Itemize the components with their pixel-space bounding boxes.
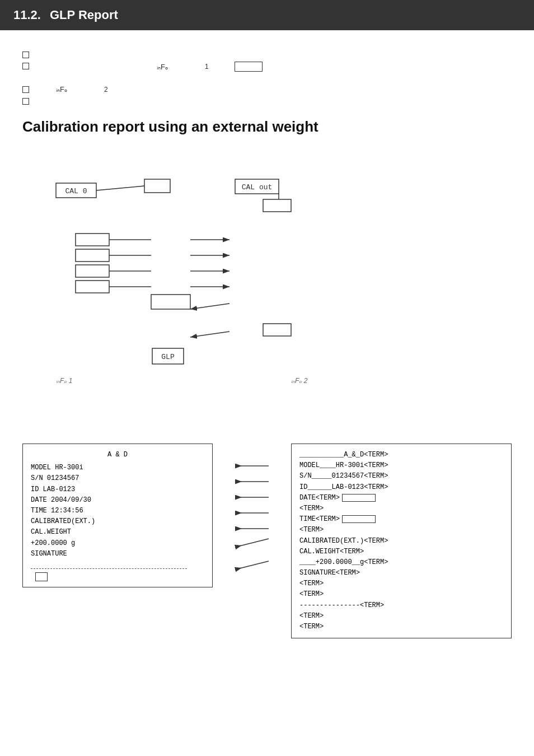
svg-text:GLP: GLP <box>161 353 175 361</box>
rr-line-7: TIME<TERM> <box>299 514 503 525</box>
checkbox-row-4 <box>22 97 512 105</box>
rr-line-5: DATE<TERM> <box>299 493 503 503</box>
svg-rect-2 <box>144 179 170 193</box>
input-box-top[interactable] <box>235 62 263 72</box>
info-label-1: ᵢₙFₒ <box>157 63 168 71</box>
svg-line-34 <box>235 561 269 570</box>
report-title: A & D <box>31 450 204 460</box>
rr-line-12: SIGNATURE<TERM> <box>299 568 503 578</box>
spacer-1 <box>22 75 512 85</box>
rr-line-17: <TERM> <box>299 622 503 632</box>
top-section: ᵢₙFₒ 1 ᵢₙFₒ 2 <box>22 50 512 105</box>
info-label-bottom-2: ᵢₙFₒ 2 <box>291 377 307 385</box>
diagram-area: CAL 0 CAL out GLP <box>22 147 504 427</box>
arrows-svg <box>229 449 274 606</box>
checkbox-1[interactable] <box>22 52 29 58</box>
report-line-id: ID LAB-0123 <box>31 484 204 495</box>
cal-heading: Calibration report using an external wei… <box>22 118 512 136</box>
left-report-panel: A & D MODEL HR-300i S/N 01234567 ID LAB-… <box>22 444 213 638</box>
report-line-date: DATE 2004/09/30 <box>31 495 204 506</box>
report-line-signature: SIGNATURE <box>31 549 204 559</box>
rr-line-14: <TERM> <box>299 589 503 600</box>
svg-line-33 <box>235 539 269 547</box>
report-line-model: MODEL HR-300i <box>31 463 204 473</box>
report-line-calweight: CAL.WEIGHT <box>31 527 204 538</box>
diagram-svg: CAL 0 CAL out GLP <box>22 147 504 427</box>
rr-line-13: <TERM> <box>299 578 503 589</box>
report-line-cal: CALIBRATED(EXT.) <box>31 516 204 527</box>
main-content: ᵢₙFₒ 1 ᵢₙFₒ 2 Calibration report using a… <box>0 30 534 650</box>
rr-line-8: <TERM> <box>299 525 503 535</box>
right-report-box: ___________A_&_D<TERM> MODEL____HR-300i<… <box>291 444 512 638</box>
rr-line-6: <TERM> <box>299 503 503 514</box>
checkbox-4[interactable] <box>22 98 29 105</box>
arrows-middle <box>229 444 274 638</box>
rr-line-9: CALIBRATED(EXT.)<TERM> <box>299 536 503 547</box>
rr-line-16: <TERM> <box>299 611 503 622</box>
svg-rect-9 <box>76 281 109 293</box>
report-line-sn: S/N 01234567 <box>31 473 204 484</box>
rr-line-3: S/N_____01234567<TERM> <box>299 471 503 482</box>
checkbox-row-1 <box>22 50 512 58</box>
section-title: GLP Report <box>50 8 118 22</box>
rr-line-4: ID______LAB-0123<TERM> <box>299 482 503 493</box>
two-column-section: A & D MODEL HR-300i S/N 01234567 ID LAB-… <box>22 444 512 638</box>
svg-rect-6 <box>76 234 109 246</box>
svg-rect-10 <box>151 295 190 309</box>
svg-rect-11 <box>263 324 291 336</box>
info-label-2: ᵢₙFₒ <box>56 85 67 94</box>
report-printer-icon <box>31 572 204 581</box>
svg-line-26 <box>190 304 229 309</box>
svg-text:CAL 0: CAL 0 <box>65 187 87 195</box>
section-number: 11.2. <box>13 8 41 22</box>
svg-rect-5 <box>263 199 291 212</box>
right-report-panel: ___________A_&_D<TERM> MODEL____HR-300i<… <box>291 444 512 638</box>
svg-line-14 <box>96 186 144 190</box>
report-line-time: TIME 12:34:56 <box>31 506 204 516</box>
checkbox-2[interactable] <box>22 63 29 69</box>
rr-line-2: MODEL____HR-300i<TERM> <box>299 460 503 471</box>
info-label-bottom-1: ᵢₙFₒ 1 <box>56 377 72 385</box>
rr-line-15: ---------------<TERM> <box>299 600 503 611</box>
left-report-box: A & D MODEL HR-300i S/N 01234567 ID LAB-… <box>22 444 213 587</box>
svg-line-27 <box>190 332 229 337</box>
rr-line-1: ___________A_&_D<TERM> <box>299 450 503 460</box>
svg-rect-7 <box>76 249 109 262</box>
svg-text:CAL out: CAL out <box>242 183 273 192</box>
report-line-weight: +200.0000 g <box>31 538 204 549</box>
rr-line-11: ____+200.0000__g<TERM> <box>299 557 503 568</box>
svg-rect-8 <box>76 265 109 277</box>
checkbox-row-2: ᵢₙFₒ 1 <box>22 62 512 72</box>
checkbox-3[interactable] <box>22 86 29 93</box>
report-sig-line <box>31 568 204 569</box>
checkbox-row-3: ᵢₙFₒ 2 <box>22 85 512 94</box>
rr-line-10: CAL.WEIGHT<TERM> <box>299 547 503 557</box>
header-bar: 11.2. GLP Report <box>0 0 534 30</box>
